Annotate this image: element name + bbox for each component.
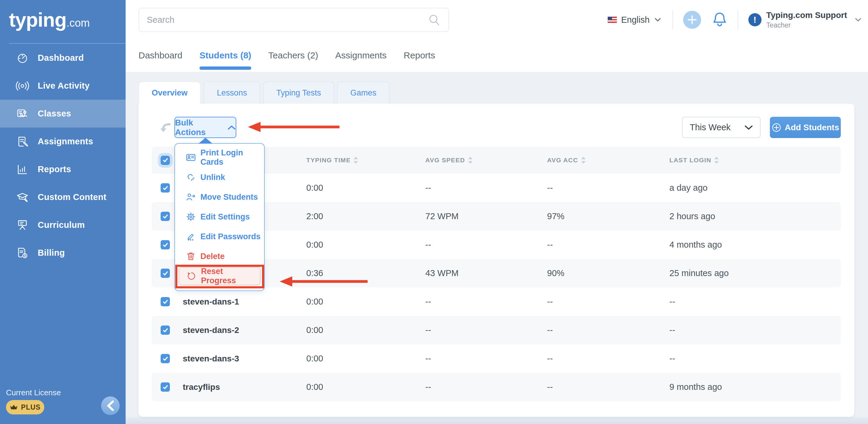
typing-time-value: 0:00 — [306, 183, 425, 193]
plus-license-badge: PLUS — [6, 400, 44, 415]
table-row: steven-dans-1 0:00 -- -- -- — [152, 287, 841, 316]
row-checkbox[interactable] — [161, 212, 170, 221]
quick-add-button[interactable] — [683, 11, 701, 29]
row-checkbox[interactable] — [161, 297, 170, 306]
row-checkbox[interactable] — [161, 183, 170, 193]
sidebar-item-label: Assignments — [38, 137, 93, 146]
billing-icon: $ — [16, 246, 29, 260]
sidebar-collapse-button[interactable] — [101, 396, 120, 415]
student-name[interactable]: steven-dans-3 — [183, 354, 306, 364]
chevron-down-icon[interactable] — [854, 15, 863, 24]
current-license-label: Current License — [6, 388, 61, 397]
plus-circle-icon — [772, 123, 781, 132]
account-role: Teacher — [766, 21, 847, 29]
crown-icon — [9, 404, 18, 411]
bar-chart-icon — [16, 163, 29, 176]
subtab-typing-tests[interactable]: Typing Tests — [263, 81, 334, 104]
avg-speed-value: -- — [425, 240, 547, 250]
tab-reports[interactable]: Reports — [404, 45, 435, 73]
global-search[interactable] — [138, 8, 449, 32]
avg-acc-value: -- — [547, 297, 670, 307]
student-name[interactable]: tracyflips — [183, 383, 306, 392]
sidebar-item-label: Dashboard — [38, 53, 84, 63]
column-header-last-login[interactable]: LAST LOGIN — [670, 157, 841, 164]
chevron-down-icon[interactable] — [653, 15, 662, 24]
account-menu[interactable]: ! Typing.com Support Teacher — [748, 10, 863, 29]
typing-com-logo[interactable]: typing.com — [9, 8, 90, 31]
class-roster-icon — [16, 107, 29, 121]
menu-item-edit-settings[interactable]: Edit Settings — [175, 207, 264, 227]
tab-teachers[interactable]: Teachers (2) — [268, 45, 318, 73]
assignment-icon — [16, 135, 29, 148]
column-header-avg-speed[interactable]: AVG SPEED — [425, 157, 547, 164]
sidebar-item-live-activity[interactable]: Live Activity — [0, 72, 126, 100]
date-range-select[interactable]: This Week — [682, 117, 761, 138]
avg-acc-value: -- — [547, 354, 670, 364]
edit-password-icon — [186, 231, 196, 242]
select-all-checkbox[interactable] — [161, 156, 170, 165]
account-avatar-exclamation-icon: ! — [748, 13, 762, 26]
column-header-typing-time[interactable]: TYPING TIME — [306, 157, 425, 164]
tab-students[interactable]: Students (8) — [199, 45, 251, 73]
sort-icon[interactable] — [714, 157, 719, 164]
student-name[interactable]: steven-dans-1 — [183, 297, 306, 307]
menu-item-reset-progress[interactable]: Reset Progress — [179, 267, 260, 285]
sidebar-item-curriculum[interactable]: Curriculum — [0, 211, 126, 239]
last-login-value: 9 months ago — [670, 382, 841, 392]
sidebar-item-custom-content[interactable]: Custom Content — [0, 183, 126, 211]
gear-icon — [186, 212, 196, 222]
sort-icon[interactable] — [468, 157, 473, 164]
student-name[interactable]: steven-dans-2 — [183, 326, 306, 335]
last-login-value: -- — [670, 325, 841, 335]
bulk-actions-button[interactable]: Bulk Actions — [175, 117, 236, 138]
reset-icon — [186, 271, 196, 281]
sidebar: typing.com Dashboard Live Activity Cla — [0, 0, 126, 424]
sidebar-item-reports[interactable]: Reports — [0, 156, 126, 183]
tab-dashboard[interactable]: Dashboard — [138, 45, 182, 73]
subtab-games[interactable]: Games — [337, 81, 390, 104]
topbar: English ! Typing.com Support Teacher — [126, 0, 868, 73]
avg-speed-value: 43 WPM — [425, 268, 547, 278]
menu-item-delete[interactable]: Delete — [175, 247, 264, 266]
row-checkbox[interactable] — [161, 240, 170, 249]
chevron-down-icon — [744, 124, 753, 131]
language-selector-label[interactable]: English — [621, 15, 650, 25]
page-bottom-band — [126, 417, 868, 424]
add-students-button[interactable]: Add Students — [770, 117, 841, 138]
sidebar-item-assignments[interactable]: Assignments — [0, 128, 126, 156]
sidebar-item-dashboard[interactable]: Dashboard — [0, 44, 126, 72]
menu-item-move-students[interactable]: Move Students — [175, 187, 264, 207]
menu-item-edit-passwords[interactable]: Edit Passwords — [175, 227, 264, 247]
logo-domain: .com — [66, 17, 90, 29]
last-login-value: 4 months ago — [670, 240, 841, 250]
search-input[interactable] — [147, 15, 428, 25]
row-checkbox[interactable] — [161, 383, 170, 392]
row-checkbox[interactable] — [161, 354, 170, 363]
sort-icon[interactable] — [353, 157, 358, 164]
row-checkbox[interactable] — [161, 268, 170, 278]
avg-speed-value: -- — [425, 183, 547, 193]
subtab-overview[interactable]: Overview — [138, 81, 201, 104]
typing-time-value: 0:00 — [306, 325, 425, 335]
last-login-value: 25 minutes ago — [670, 268, 841, 278]
sort-icon[interactable] — [581, 157, 586, 164]
plus-badge-label: PLUS — [21, 403, 40, 412]
add-students-label: Add Students — [785, 123, 839, 132]
avg-speed-value: -- — [425, 325, 547, 335]
speedometer-icon — [16, 51, 29, 65]
account-name: Typing.com Support — [766, 10, 847, 20]
last-login-value: a day ago — [670, 183, 841, 193]
tab-assignments[interactable]: Assignments — [335, 45, 387, 73]
notifications-bell-icon[interactable] — [712, 11, 727, 28]
divider — [738, 10, 738, 29]
search-icon[interactable] — [428, 13, 441, 26]
subtab-lessons[interactable]: Lessons — [204, 81, 260, 104]
sidebar-item-classes[interactable]: Classes — [0, 100, 126, 128]
menu-item-print-login-cards[interactable]: Print Login Cards — [175, 148, 264, 167]
menu-item-unlink[interactable]: Unlink — [175, 167, 264, 187]
row-checkbox[interactable] — [161, 326, 170, 335]
sidebar-item-billing[interactable]: $ Billing — [0, 239, 126, 267]
column-header-avg-acc[interactable]: AVG ACC — [547, 157, 670, 164]
dropdown-pointer-triangle — [198, 138, 212, 143]
avg-speed-value: -- — [425, 354, 547, 364]
